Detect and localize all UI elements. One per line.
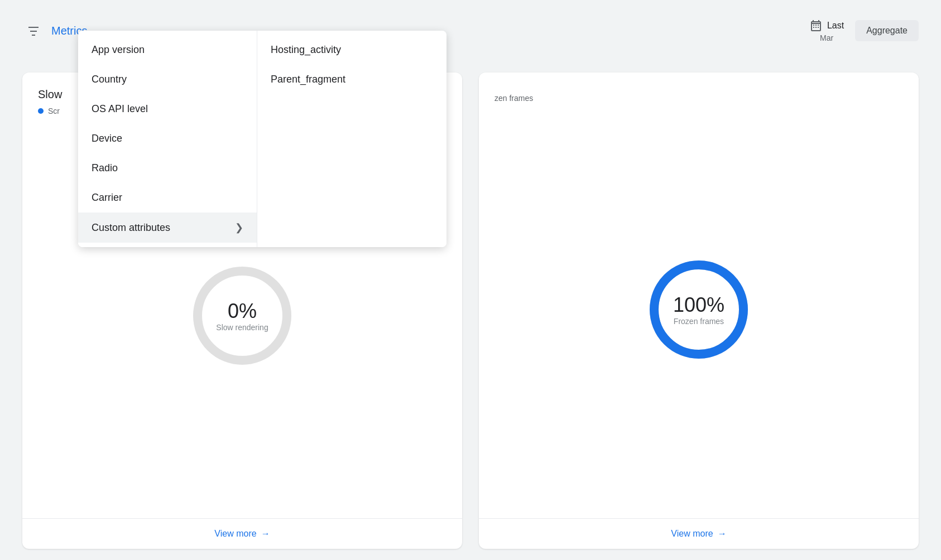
menu-item-label-os-api-level: OS API level: [92, 103, 148, 115]
slow-rendering-donut: 0% Slow rendering: [186, 260, 298, 371]
calendar-icon-wrap: Last: [809, 19, 844, 32]
main-menu-items: App versionCountryOS API levelDeviceRadi…: [78, 35, 257, 243]
slow-rendering-percent: 0%: [216, 300, 268, 323]
slow-rendering-donut-center: 0% Slow rendering: [216, 300, 268, 332]
frozen-frames-card: zen frames 100% Frozen frames View more …: [479, 73, 919, 549]
dropdown-main-panel: App versionCountryOS API levelDeviceRadi…: [78, 31, 257, 247]
frozen-frames-card-header: zen frames: [479, 73, 919, 112]
aggregate-button[interactable]: Aggregate: [855, 20, 919, 41]
frozen-frames-percent: 100%: [673, 293, 724, 317]
menu-item-custom-attributes[interactable]: Custom attributes❯: [78, 213, 257, 243]
menu-item-app-version[interactable]: App version: [78, 35, 257, 65]
calendar-text: Last: [827, 21, 844, 31]
sub-menu-items: Hosting_activityParent_fragment: [257, 35, 447, 94]
menu-item-country[interactable]: Country: [78, 65, 257, 94]
slow-rendering-sublabel: Slow rendering: [216, 323, 268, 332]
calendar-sub: Mar: [820, 33, 833, 42]
frozen-frames-sublabel: Frozen frames: [673, 317, 724, 326]
slow-rendering-legend-text: Scr: [48, 107, 60, 115]
menu-item-label-app-version: App version: [92, 44, 145, 56]
frozen-frames-donut-center: 100% Frozen frames: [673, 293, 724, 326]
sub-menu-item-parent-fragment[interactable]: Parent_fragment: [257, 65, 447, 94]
chevron-right-icon: ❯: [235, 221, 243, 234]
frozen-frames-view-more[interactable]: View more →: [671, 529, 726, 539]
frozen-frames-legend-text: zen frames: [494, 94, 533, 103]
frozen-frames-donut: 100% Frozen frames: [643, 254, 755, 365]
top-right-controls: Last Mar Aggregate: [809, 19, 919, 42]
sub-menu-item-hosting-activity[interactable]: Hosting_activity: [257, 35, 447, 65]
slow-rendering-view-more[interactable]: View more →: [214, 529, 270, 539]
menu-item-label-country: Country: [92, 74, 127, 85]
frozen-frames-footer: View more →: [479, 518, 919, 549]
calendar-icon: [809, 19, 823, 32]
menu-item-os-api-level[interactable]: OS API level: [78, 94, 257, 124]
menu-item-label-device: Device: [92, 133, 122, 144]
filter-button[interactable]: [22, 20, 45, 42]
menu-item-device[interactable]: Device: [78, 124, 257, 153]
dropdown-sub-panel: Hosting_activityParent_fragment: [257, 31, 447, 247]
menu-item-label-carrier: Carrier: [92, 192, 122, 204]
menu-item-radio[interactable]: Radio: [78, 153, 257, 183]
legend-dot: [38, 108, 44, 114]
menu-item-label-radio: Radio: [92, 162, 118, 174]
filter-icon: [27, 24, 40, 37]
menu-item-label-custom-attributes: Custom attributes: [92, 222, 170, 234]
slow-rendering-footer: View more →: [22, 518, 462, 549]
calendar-area: Last Mar: [809, 19, 844, 42]
menu-item-carrier[interactable]: Carrier: [78, 183, 257, 213]
dropdown-menu: App versionCountryOS API levelDeviceRadi…: [78, 31, 447, 247]
frozen-frames-legend: zen frames: [494, 94, 903, 103]
frozen-frames-body: 100% Frozen frames: [479, 112, 919, 518]
